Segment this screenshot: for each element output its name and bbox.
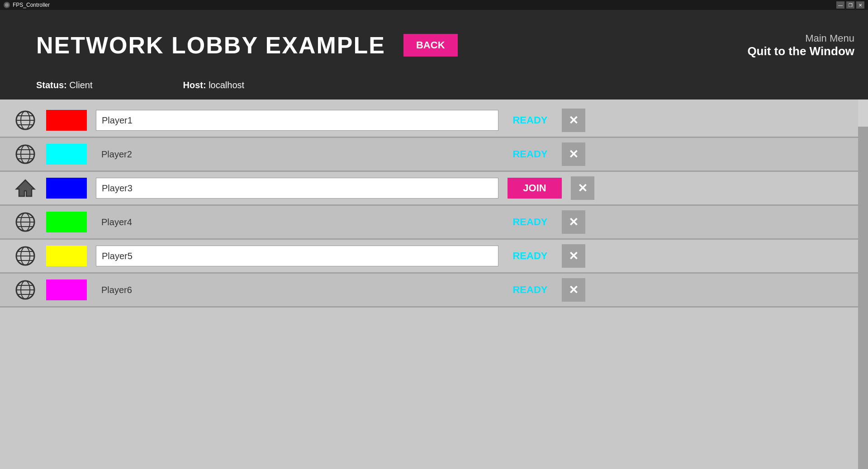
status-value: Client [69,80,92,90]
app-title: FPS_Controller [13,2,50,8]
player-row: JOIN✕ [0,172,858,206]
ready-status: READY [508,250,553,262]
ready-status: READY [508,216,553,228]
back-button[interactable]: BACK [403,34,458,57]
host-label: Host: [183,80,206,90]
remove-player-button[interactable]: ✕ [562,278,585,302]
player-name-input[interactable] [96,110,498,131]
player-name-label: Player4 [96,212,498,232]
close-x-icon: ✕ [569,114,579,126]
globe-icon [14,210,37,234]
main-menu-label[interactable]: Main Menu [747,32,854,44]
header-right: Main Menu Quit to the Window [747,32,854,58]
player-row: READY✕ [0,240,858,274]
quit-window-label[interactable]: Quit to the Window [747,44,854,57]
scrollbar[interactable] [858,99,868,469]
host-text: Host: localhost [183,80,245,90]
close-x-icon: ✕ [578,182,588,194]
globe-icon [14,278,37,302]
restore-button[interactable]: ❐ [846,1,854,9]
player-name-label: Player2 [96,144,498,165]
header: NETWORK LOBBY EXAMPLE BACK Main Menu Qui… [0,10,868,80]
app-icon [4,2,10,8]
scroll-thumb[interactable] [858,99,868,127]
host-info: Host: localhost [183,80,245,90]
color-swatch[interactable] [46,110,87,131]
remove-player-button[interactable]: ✕ [562,244,585,268]
title-bar-controls[interactable]: — ❐ ✕ [836,1,864,9]
minimize-button[interactable]: — [836,1,844,9]
globe-icon [14,244,37,268]
remove-player-button[interactable]: ✕ [562,210,585,234]
color-swatch[interactable] [46,144,87,165]
player-row: Player4READY✕ [0,206,858,240]
ready-status: READY [508,114,553,126]
remove-player-button[interactable]: ✕ [571,176,594,200]
svg-point-0 [5,3,9,7]
globe-icon [14,142,37,166]
close-x-icon: ✕ [569,216,579,228]
status-text: Status: Client [36,80,93,90]
player-row: READY✕ [0,104,858,138]
ready-status: READY [508,148,553,160]
remove-player-button[interactable]: ✕ [562,109,585,132]
join-button[interactable]: JOIN [508,178,562,199]
color-swatch[interactable] [46,280,87,300]
home-icon [14,176,37,200]
color-swatch[interactable] [46,212,87,232]
close-button[interactable]: ✕ [856,1,864,9]
color-swatch[interactable] [46,178,87,199]
remove-player-button[interactable]: ✕ [562,142,585,166]
player-name-label: Player6 [96,280,498,300]
player-list: READY✕ Player2READY✕ JOIN✕ Player4READY✕… [0,99,858,469]
close-x-icon: ✕ [569,250,579,262]
status-info: Status: Client [36,80,93,90]
player-row: Player6READY✕ [0,274,858,308]
host-value: localhost [209,80,244,90]
close-x-icon: ✕ [569,284,579,296]
status-label: Status: [36,80,67,90]
player-row: Player2READY✕ [0,138,858,172]
globe-icon [14,109,37,132]
close-x-icon: ✕ [569,148,579,160]
main-content: READY✕ Player2READY✕ JOIN✕ Player4READY✕… [0,99,868,469]
svg-marker-11 [16,180,34,196]
status-bar: Status: Client Host: localhost [0,80,868,99]
ready-status: READY [508,284,553,296]
player-name-input[interactable] [96,246,498,266]
title-bar: FPS_Controller — ❐ ✕ [0,0,868,10]
page-title: NETWORK LOBBY EXAMPLE [36,32,385,59]
player-name-input[interactable] [96,178,498,199]
color-swatch[interactable] [46,246,87,266]
title-bar-left: FPS_Controller [4,2,50,8]
